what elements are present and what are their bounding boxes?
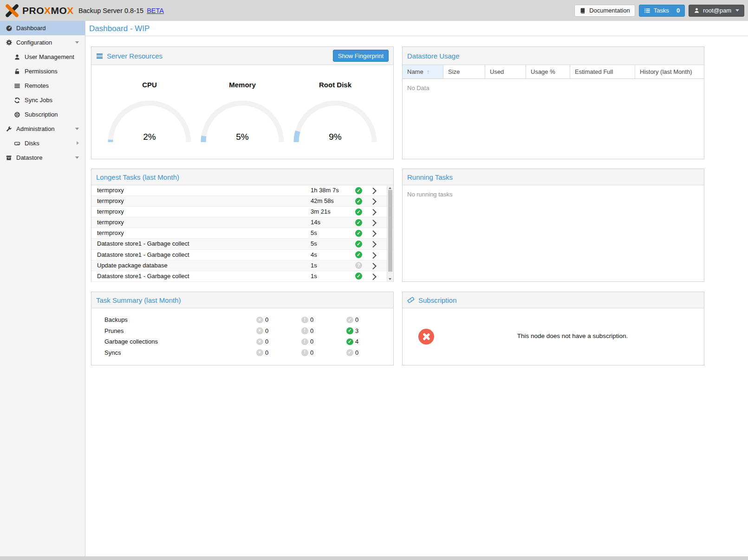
ok-count: 3 (355, 326, 358, 337)
longest-tasks-header: Longest Tasks (last Month) (91, 169, 393, 185)
task-row[interactable]: termproxy3m 21s✓ (91, 207, 393, 217)
proxmox-wordmark: PROXMOX (22, 5, 74, 16)
scrollbar[interactable] (387, 186, 393, 281)
gauge-title: CPU (105, 81, 194, 89)
task-name: Datastore store1 - Garbage collect (97, 250, 189, 260)
warning-count-icon: ! (301, 317, 308, 324)
longest-tasks-title: Longest Tasks (last Month) (96, 173, 179, 181)
task-name: termproxy (97, 196, 124, 206)
chevron-right-icon[interactable] (370, 230, 376, 236)
task-duration: 3m 21s (311, 207, 331, 217)
unlock-icon (13, 68, 21, 75)
warning-count-icon: ! (301, 339, 308, 345)
task-summary-panel: Task Summary (last Month) Backups×0!0✓0P… (91, 292, 394, 365)
scroll-up-icon[interactable] (389, 187, 391, 189)
column-header-usage[interactable]: Usage % (526, 65, 570, 79)
task-name: Update package database (97, 260, 168, 271)
lifering-icon (13, 111, 21, 118)
summary-label: Syncs (104, 347, 121, 358)
chevron-right-icon[interactable] (370, 220, 376, 226)
task-duration: 4s (311, 250, 317, 260)
gauge-value: 9% (291, 132, 379, 142)
page-title: Dashboard - WIP (85, 21, 748, 36)
sidebar-item-administration[interactable]: Administration (0, 122, 85, 136)
sidebar-item-sync-jobs[interactable]: Sync Jobs (0, 93, 85, 107)
task-row[interactable]: Datastore store1 - Garbage collect1s✓ (91, 271, 393, 282)
warning-count: 0 (310, 347, 313, 358)
sidebar-item-label: Sync Jobs (25, 93, 52, 107)
beta-link[interactable]: BETA (147, 7, 164, 14)
warning-count: 0 (310, 336, 313, 347)
show-fingerprint-button[interactable]: Show Fingerprint (333, 50, 389, 62)
scrollbar-thumb[interactable] (388, 190, 392, 272)
task-row[interactable]: Update package database1s? (91, 260, 393, 271)
datastore-icon (5, 155, 13, 161)
sidebar: DashboardConfigurationUser ManagementPer… (0, 21, 85, 556)
task-duration: 1h 38m 7s (311, 185, 339, 195)
dashboard-icon (5, 25, 13, 32)
datastore-usage-header: Datastore Usage (403, 47, 704, 65)
task-row[interactable]: termproxy14s✓ (91, 217, 393, 228)
task-row[interactable]: Datastore store1 - Garbage collect5s✓ (91, 239, 393, 249)
tasks-count-badge: 0 (676, 7, 680, 14)
sidebar-item-user-management[interactable]: User Management (0, 50, 85, 64)
task-list-icon (644, 7, 650, 14)
ok-count: 0 (355, 314, 358, 326)
subscription-header: Subscription (403, 292, 704, 308)
sidebar-item-configuration[interactable]: Configuration (0, 35, 85, 50)
chevron-right-icon[interactable] (370, 188, 376, 194)
sidebar-item-dashboard[interactable]: Dashboard (0, 21, 85, 35)
column-header-name[interactable]: Name↑ (403, 65, 443, 79)
gauge-value: 2% (105, 132, 194, 142)
user-icon (694, 7, 700, 13)
chevron-right-icon[interactable] (370, 263, 376, 269)
chevron-right-icon[interactable] (370, 241, 376, 247)
running-tasks-panel: Running Tasks No running tasks (402, 169, 704, 282)
task-row[interactable]: termproxy42m 58s✓ (91, 196, 393, 207)
tasks-button[interactable]: Tasks 0 (639, 5, 685, 17)
ok-status-icon: ✓ (355, 251, 362, 258)
chevron-right-icon[interactable] (370, 209, 376, 215)
sidebar-item-datastore[interactable]: Datastore (0, 150, 85, 165)
ok-status-icon: ✓ (355, 219, 362, 226)
ok-count-icon: ✓ (346, 339, 353, 345)
sidebar-item-label: Permissions (25, 64, 58, 78)
window-bottom-edge (0, 556, 748, 560)
user-label: root@pam (703, 7, 731, 14)
running-tasks-title: Running Tasks (407, 173, 453, 181)
ticket-icon (407, 296, 415, 304)
sidebar-item-subscription[interactable]: Subscription (0, 107, 85, 122)
column-header-size[interactable]: Size (443, 65, 485, 79)
datastore-table-header: Name↑SizeUsedUsage %Estimated FullHistor… (403, 65, 704, 79)
task-row[interactable]: Datastore store1 - Garbage collect4s✓ (91, 250, 393, 260)
ok-count-icon: ✓ (346, 349, 353, 356)
datastore-usage-panel: Datastore Usage Name↑SizeUsedUsage %Esti… (402, 46, 704, 159)
column-header-history-last-month[interactable]: History (last Month) (635, 65, 704, 79)
scroll-down-icon[interactable] (389, 278, 391, 280)
chevron-right-icon[interactable] (370, 198, 376, 204)
task-name: termproxy (97, 207, 124, 217)
sidebar-item-disks[interactable]: Disks (0, 136, 85, 150)
top-bar: PROXMOX Backup Server 0.8-15 BETA Docume… (0, 0, 748, 21)
user-menu-button[interactable]: root@pam (689, 5, 744, 17)
column-header-used[interactable]: Used (485, 65, 526, 79)
documentation-button[interactable]: Documentation (574, 5, 635, 17)
sidebar-item-remotes[interactable]: Remotes (0, 78, 85, 93)
subscription-message: This node does not have a subscription. (447, 332, 698, 339)
chevron-right-icon[interactable] (370, 252, 376, 258)
column-header-estimated-full[interactable]: Estimated Full (570, 65, 635, 79)
sync-icon (13, 97, 21, 104)
summary-row-backups: Backups×0!0✓0 (91, 314, 393, 326)
summary-label: Garbage collections (104, 336, 158, 347)
summary-row-prunes: Prunes×0!0✓3 (91, 326, 393, 337)
task-row[interactable]: termproxy5s✓ (91, 228, 393, 239)
task-name: termproxy (97, 185, 124, 195)
summary-label: Backups (104, 314, 128, 326)
task-name: Datastore store1 - Garbage collect (97, 239, 189, 249)
task-name: Datastore store1 - Garbage collect (97, 271, 189, 281)
gauge-title: Memory (198, 81, 286, 89)
task-row[interactable]: termproxy1h 38m 7s✓ (91, 185, 393, 196)
task-duration: 1s (311, 271, 317, 281)
chevron-right-icon[interactable] (370, 273, 376, 280)
sidebar-item-permissions[interactable]: Permissions (0, 64, 85, 78)
